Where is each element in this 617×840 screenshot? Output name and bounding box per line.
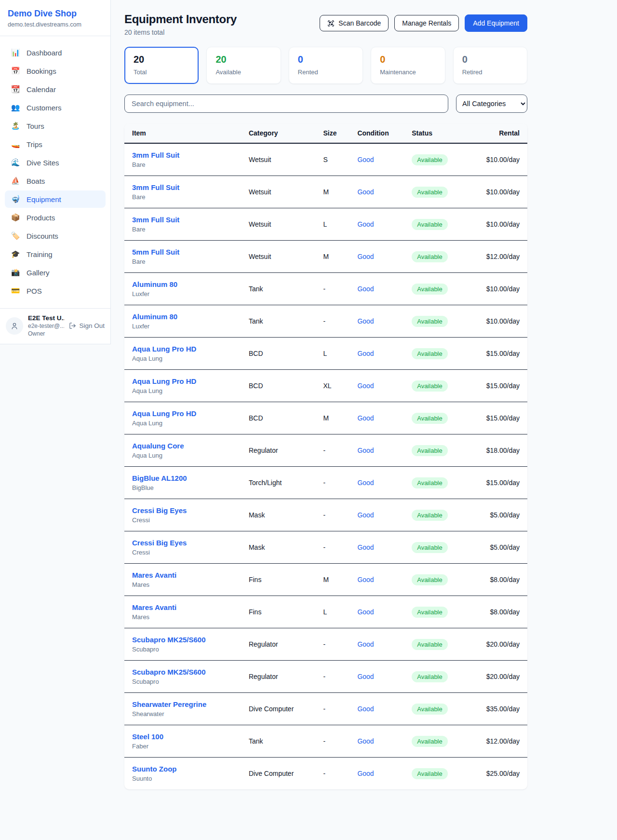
item-rental-rate: $10.00/day bbox=[479, 305, 527, 338]
status-badge: Available bbox=[412, 542, 448, 553]
item-size: XL bbox=[315, 370, 349, 402]
sidebar-item-discounts[interactable]: 🏷️ Discounts bbox=[5, 227, 106, 244]
item-category: BCD bbox=[241, 370, 315, 402]
item-size: - bbox=[315, 628, 349, 661]
sidebar-item-training[interactable]: 🎓 Training bbox=[5, 245, 106, 263]
item-category: Tank bbox=[241, 725, 315, 758]
table-row: Mares Avanti Mares Fins L Good Available… bbox=[124, 596, 527, 628]
graduation-cap-icon: 🎓 bbox=[11, 250, 20, 258]
item-size: S bbox=[315, 143, 349, 176]
stat-card-available[interactable]: 20 Available bbox=[206, 47, 281, 84]
table-row: Aluminum 80 Luxfer Tank - Good Available… bbox=[124, 273, 527, 305]
item-name-link[interactable]: Mares Avanti bbox=[132, 571, 233, 579]
column-header-category: Category bbox=[241, 123, 315, 143]
main-content: Equipment Inventory 20 items total Scan … bbox=[111, 0, 527, 840]
wave-icon: 🌊 bbox=[11, 158, 20, 167]
sidebar-item-boats[interactable]: ⛵ Boats bbox=[5, 172, 106, 190]
item-name-link[interactable]: Suunto Zoop bbox=[132, 765, 233, 773]
item-name-link[interactable]: BigBlue AL1200 bbox=[132, 474, 233, 482]
status-badge: Available bbox=[412, 607, 448, 618]
status-badge: Available bbox=[412, 510, 448, 521]
search-input[interactable] bbox=[124, 95, 448, 113]
sidebar-item-pos[interactable]: 💳 POS bbox=[5, 282, 106, 299]
item-name-link[interactable]: Mares Avanti bbox=[132, 603, 233, 611]
item-condition: Good bbox=[349, 693, 404, 725]
item-name-link[interactable]: Aluminum 80 bbox=[132, 280, 233, 288]
item-brand: Suunto bbox=[132, 775, 233, 782]
item-size: - bbox=[315, 467, 349, 499]
sidebar-item-calendar[interactable]: 📆 Calendar bbox=[5, 81, 106, 98]
sidebar-item-gallery[interactable]: 📸 Gallery bbox=[5, 264, 106, 281]
item-name-link[interactable]: Steel 100 bbox=[132, 732, 233, 741]
item-rental-rate: $8.00/day bbox=[479, 564, 527, 596]
sidebar: Demo Dive Shop demo.test.divestreams.com… bbox=[0, 0, 111, 344]
stat-card-total[interactable]: 20 Total bbox=[124, 47, 199, 84]
item-name-link[interactable]: 3mm Full Suit bbox=[132, 151, 233, 159]
sidebar-header: Demo Dive Shop demo.test.divestreams.com bbox=[0, 0, 110, 36]
item-condition: Good bbox=[349, 661, 404, 693]
item-condition: Good bbox=[349, 758, 404, 790]
sidebar-item-bookings[interactable]: 📅 Bookings bbox=[5, 62, 106, 80]
item-name-link[interactable]: 3mm Full Suit bbox=[132, 183, 233, 191]
sidebar-item-trips[interactable]: 🚤 Trips bbox=[5, 135, 106, 153]
scan-barcode-button[interactable]: Scan Barcode bbox=[320, 15, 389, 31]
item-name-link[interactable]: Cressi Big Eyes bbox=[132, 506, 233, 515]
sign-out-button[interactable]: Sign Out bbox=[69, 322, 105, 329]
item-name-link[interactable]: Scubapro MK25/S600 bbox=[132, 636, 233, 644]
manage-rentals-button[interactable]: Manage Rentals bbox=[394, 15, 459, 31]
sidebar-item-dashboard[interactable]: 📊 Dashboard bbox=[5, 44, 106, 61]
item-category: Torch/Light bbox=[241, 467, 315, 499]
item-condition: Good bbox=[349, 531, 404, 564]
item-brand: Luxfer bbox=[132, 290, 233, 298]
item-brand: Faber bbox=[132, 743, 233, 750]
page-header-text: Equipment Inventory 20 items total bbox=[124, 13, 237, 36]
stat-label: Retired bbox=[462, 68, 518, 76]
stat-card-maintenance[interactable]: 0 Maintenance bbox=[371, 47, 445, 84]
stat-card-retired[interactable]: 0 Retired bbox=[453, 47, 527, 84]
status-badge: Available bbox=[412, 477, 448, 488]
item-brand: Bare bbox=[132, 193, 233, 201]
status-badge: Available bbox=[412, 671, 448, 682]
item-name-link[interactable]: 5mm Full Suit bbox=[132, 248, 233, 256]
table-row: Shearwater Peregrine Shearwater Dive Com… bbox=[124, 693, 527, 725]
item-condition: Good bbox=[349, 370, 404, 402]
item-name-link[interactable]: Aqua Lung Pro HD bbox=[132, 345, 233, 353]
item-size: - bbox=[315, 758, 349, 790]
sidebar-item-tours[interactable]: 🏝️ Tours bbox=[5, 117, 106, 135]
sidebar-item-products[interactable]: 📦 Products bbox=[5, 209, 106, 226]
stat-value: 0 bbox=[380, 54, 436, 65]
stat-card-rented[interactable]: 0 Rented bbox=[289, 47, 363, 84]
user-info: E2E Test U... e2e-tester@... Owner bbox=[28, 314, 64, 337]
item-name-link[interactable]: Aqualung Core bbox=[132, 442, 233, 450]
item-name-link[interactable]: Aqua Lung Pro HD bbox=[132, 377, 233, 385]
person-icon bbox=[10, 322, 19, 330]
equipment-table-card: Item Category Size Condition Status Rent… bbox=[124, 123, 527, 789]
stat-label: Maintenance bbox=[380, 68, 436, 76]
item-size: - bbox=[315, 531, 349, 564]
status-badge: Available bbox=[412, 154, 448, 165]
item-category: Wetsuit bbox=[241, 176, 315, 208]
sign-out-label: Sign Out bbox=[79, 322, 105, 329]
category-filter-select[interactable]: All Categories bbox=[456, 95, 527, 113]
status-badge: Available bbox=[412, 284, 448, 295]
item-name-link[interactable]: Aluminum 80 bbox=[132, 312, 233, 321]
sidebar-item-label: Products bbox=[27, 214, 55, 222]
item-brand: Mares bbox=[132, 613, 233, 621]
item-name-link[interactable]: Aqua Lung Pro HD bbox=[132, 409, 233, 418]
column-header-size: Size bbox=[315, 123, 349, 143]
sidebar-item-customers[interactable]: 👥 Customers bbox=[5, 99, 106, 116]
sidebar-item-equipment[interactable]: 🤿 Equipment bbox=[5, 190, 106, 208]
item-size: L bbox=[315, 338, 349, 370]
shop-name[interactable]: Demo Dive Shop bbox=[8, 9, 103, 19]
item-name-link[interactable]: Scubapro MK25/S600 bbox=[132, 668, 233, 676]
item-name-link[interactable]: Cressi Big Eyes bbox=[132, 539, 233, 547]
add-equipment-button[interactable]: Add Equipment bbox=[465, 14, 527, 32]
item-size: - bbox=[315, 725, 349, 758]
item-name-link[interactable]: 3mm Full Suit bbox=[132, 216, 233, 224]
page-header: Equipment Inventory 20 items total Scan … bbox=[124, 13, 527, 36]
item-condition: Good bbox=[349, 176, 404, 208]
item-name-link[interactable]: Shearwater Peregrine bbox=[132, 700, 233, 708]
item-size: L bbox=[315, 596, 349, 628]
item-rental-rate: $10.00/day bbox=[479, 176, 527, 208]
sidebar-item-dive-sites[interactable]: 🌊 Dive Sites bbox=[5, 154, 106, 171]
